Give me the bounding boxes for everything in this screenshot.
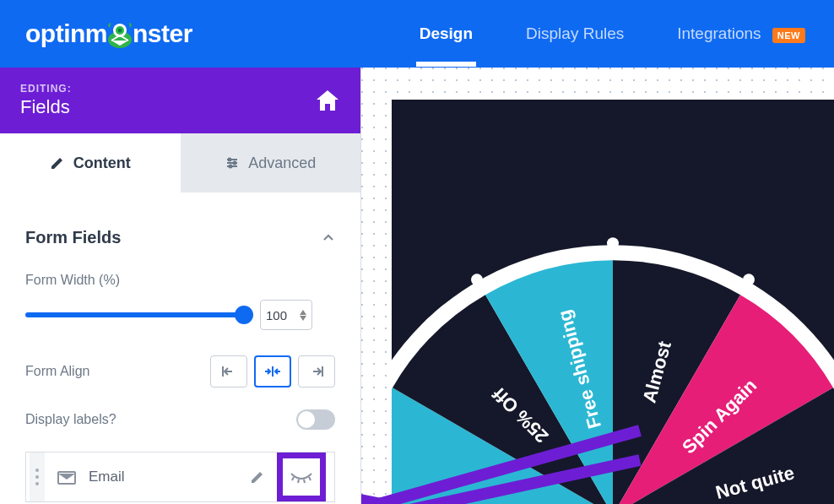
canvas[interactable]: 25% Off Free shipping Almost Spin Again … xyxy=(361,68,834,504)
brand-logo: optinm nster xyxy=(25,19,192,48)
form-width-row: Form Width (%) 100 xyxy=(25,273,335,330)
panel: Form Fields Form Width (%) 100 xyxy=(0,192,360,504)
svg-point-9 xyxy=(35,482,39,485)
display-labels-label: Display labels? xyxy=(25,412,116,427)
home-icon[interactable] xyxy=(315,89,340,112)
svg-point-3 xyxy=(118,29,122,33)
field-label: Email xyxy=(89,469,125,485)
sidebar: EDITING: Fields Content Advanced xyxy=(0,68,361,504)
field-row-email[interactable]: Email xyxy=(25,452,335,502)
brand-text-1: optinm xyxy=(25,19,107,48)
svg-point-4 xyxy=(229,159,231,161)
svg-point-6 xyxy=(230,165,232,168)
sliders-icon xyxy=(225,155,240,171)
align-center-button[interactable] xyxy=(254,355,291,387)
editing-header: EDITING: Fields xyxy=(0,68,360,133)
tab-advanced[interactable]: Advanced xyxy=(181,133,361,192)
editing-value: Fields xyxy=(20,96,72,118)
editing-label: EDITING: xyxy=(20,83,72,95)
top-bar: optinm nster Design Display Rules Integr… xyxy=(0,0,834,68)
toggle-knob xyxy=(298,411,315,428)
form-width-value: 100 xyxy=(266,308,287,322)
chevron-up-icon xyxy=(322,231,335,245)
svg-point-5 xyxy=(234,162,236,165)
brand-text-2: nster xyxy=(133,19,192,48)
brand-mascot-icon xyxy=(106,22,134,49)
sidebar-tabs: Content Advanced xyxy=(0,133,360,192)
tab-advanced-label: Advanced xyxy=(248,154,316,172)
envelope-icon xyxy=(57,469,77,485)
wheel-notch xyxy=(607,237,619,249)
form-align-row: Form Align xyxy=(25,355,335,387)
new-badge: NEW xyxy=(772,28,805,43)
section-title: Form Fields xyxy=(25,228,121,247)
display-labels-toggle[interactable] xyxy=(296,409,335,430)
align-right-button[interactable] xyxy=(298,355,335,387)
spin-wheel[interactable]: 25% Off Free shipping Almost Spin Again … xyxy=(392,236,834,504)
pencil-icon xyxy=(50,155,65,171)
display-labels-row: Display labels? xyxy=(25,409,335,430)
slider-thumb[interactable] xyxy=(235,306,253,324)
visibility-toggle-button[interactable] xyxy=(277,453,326,501)
popup-preview[interactable]: 25% Off Free shipping Almost Spin Again … xyxy=(392,100,834,504)
nav-integrations[interactable]: Integrations NEW xyxy=(674,2,809,66)
eye-closed-icon xyxy=(289,469,314,485)
nav-display-rules[interactable]: Display Rules xyxy=(523,2,627,66)
form-width-slider[interactable] xyxy=(25,312,245,317)
form-align-label: Form Align xyxy=(25,364,89,379)
tab-content[interactable]: Content xyxy=(0,133,181,192)
top-nav: Design Display Rules Integrations NEW xyxy=(416,2,809,66)
wheel-svg xyxy=(392,236,834,504)
number-spinner-icon[interactable] xyxy=(300,310,306,321)
svg-point-8 xyxy=(35,475,39,479)
section-form-fields[interactable]: Form Fields xyxy=(25,228,335,247)
tab-content-label: Content xyxy=(73,154,131,172)
edit-pencil-icon[interactable] xyxy=(250,469,265,485)
form-width-label: Form Width (%) xyxy=(25,273,335,288)
align-left-button[interactable] xyxy=(210,355,247,387)
nav-design[interactable]: Design xyxy=(416,2,476,66)
drag-handle-icon[interactable] xyxy=(30,453,45,501)
form-width-input[interactable]: 100 xyxy=(260,300,312,330)
svg-point-7 xyxy=(35,469,39,472)
nav-integrations-label: Integrations xyxy=(677,24,761,42)
